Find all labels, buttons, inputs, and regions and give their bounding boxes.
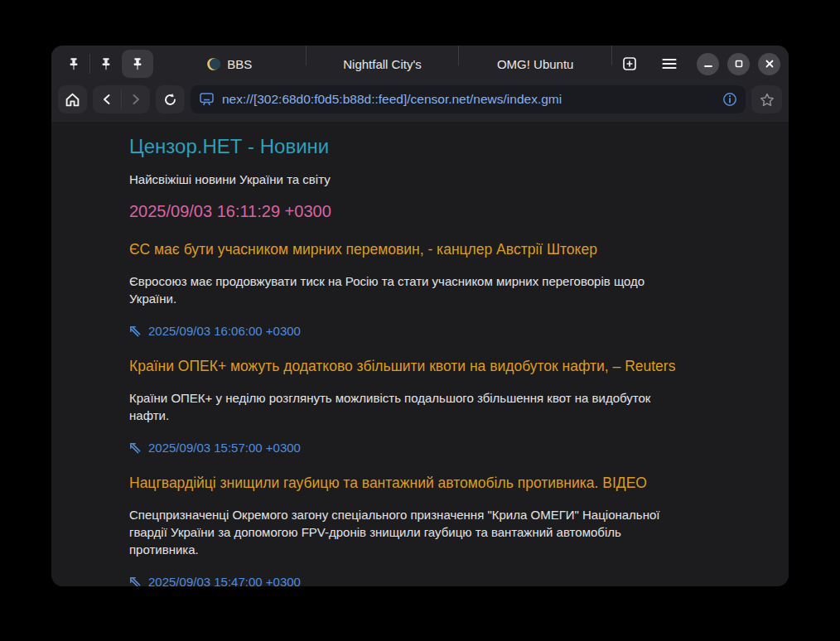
page-content: Цензор.НЕТ - Новини Найсвіжіші новини Ук… — [51, 122, 789, 586]
reload-icon — [163, 93, 177, 107]
page-title: Цензор.НЕТ - Новини — [129, 135, 756, 158]
bookmark-button[interactable] — [751, 85, 782, 113]
home-icon — [65, 93, 80, 107]
tab-label: BBS — [227, 57, 252, 71]
monitor-icon — [199, 92, 215, 107]
forward-icon — [131, 94, 141, 105]
news-item-title: Нацгвардійці знищили гаубицю та вантажни… — [129, 475, 726, 492]
url-bar[interactable]: nex://[302:68d0:f0d5:b88d::feed]/censor.… — [191, 85, 746, 113]
reload-button[interactable] — [156, 85, 185, 113]
info-icon[interactable] — [722, 92, 737, 107]
maximize-button[interactable] — [727, 53, 750, 75]
news-item: Країни ОПЕК+ можуть додатково збільшити … — [129, 358, 756, 455]
page-updated-timestamp: 2025/09/03 16:11:29 +0300 — [129, 202, 756, 221]
tab-omg-ubuntu[interactable]: OMG! Ubuntu — [459, 46, 611, 82]
star-icon — [760, 93, 775, 107]
news-item-link[interactable]: 2025/09/03 16:06:00 +0300 — [129, 324, 301, 338]
tab-label: Nightfall City's — [343, 57, 422, 71]
pinned-tab-3[interactable] — [122, 50, 153, 78]
news-item-link[interactable]: 2025/09/03 15:57:00 +0300 — [129, 441, 301, 455]
divider — [611, 46, 612, 65]
tab-label: OMG! Ubuntu — [497, 57, 574, 71]
close-icon — [765, 60, 774, 68]
new-tab-button[interactable] — [616, 50, 644, 78]
news-item: Нацгвардійці знищили гаубицю та вантажни… — [129, 475, 756, 586]
new-tab-icon — [622, 56, 637, 71]
navigation-bar: nex://[302:68d0:f0d5:b88d::feed]/censor.… — [51, 82, 789, 122]
news-item-body: Євросоюз має продовжувати тиск на Росію … — [129, 272, 683, 307]
url-text: nex://[302:68d0:f0d5:b88d::feed]/censor.… — [222, 92, 715, 107]
forward-button[interactable] — [122, 85, 150, 113]
page-subtitle: Найсвіжіші новини України та світу — [129, 172, 756, 186]
news-item-title: Країни ОПЕК+ можуть додатково збільшити … — [129, 358, 726, 375]
news-item-body: Країни ОПЕК+ у неділю розглянуть можливі… — [129, 389, 683, 424]
history-buttons — [93, 85, 150, 113]
pushpin-icon — [67, 57, 80, 71]
link-label: 2025/09/03 16:06:00 +0300 — [148, 324, 301, 338]
browser-window: BBS Nightfall City's OMG! Ubuntu — [51, 46, 789, 586]
moon-icon — [206, 57, 220, 71]
menu-icon — [662, 58, 677, 70]
pushpin-icon — [99, 57, 113, 71]
link-arrow-icon — [129, 325, 141, 337]
link-arrow-icon — [129, 576, 141, 587]
close-button[interactable] — [758, 53, 780, 75]
news-item-link[interactable]: 2025/09/03 15:47:00 +0300 — [129, 575, 301, 586]
back-button[interactable] — [93, 85, 121, 113]
minimize-icon — [704, 60, 712, 68]
menu-button[interactable] — [655, 50, 683, 78]
link-label: 2025/09/03 15:47:00 +0300 — [148, 575, 301, 586]
news-item: ЄС має бути учасником мирних перемовин, … — [129, 241, 756, 338]
tab-bbs[interactable]: BBS — [153, 46, 306, 82]
pushpin-icon — [131, 57, 144, 71]
back-icon — [102, 94, 112, 105]
maximize-icon — [735, 60, 743, 68]
pinned-tab-2[interactable] — [90, 50, 122, 78]
minimize-button[interactable] — [697, 53, 719, 75]
tab-nightfall-citys[interactable]: Nightfall City's — [307, 46, 459, 82]
news-item-title: ЄС має бути учасником мирних перемовин, … — [129, 241, 726, 258]
pinned-tab-1[interactable] — [58, 50, 89, 78]
link-arrow-icon — [129, 442, 141, 454]
tab-strip: BBS Nightfall City's OMG! Ubuntu — [153, 46, 612, 82]
home-button[interactable] — [58, 85, 87, 113]
news-item-body: Спецпризначенці Окремого загону спеціаль… — [129, 506, 683, 558]
link-label: 2025/09/03 15:57:00 +0300 — [148, 441, 301, 455]
tab-bar: BBS Nightfall City's OMG! Ubuntu — [51, 46, 789, 82]
